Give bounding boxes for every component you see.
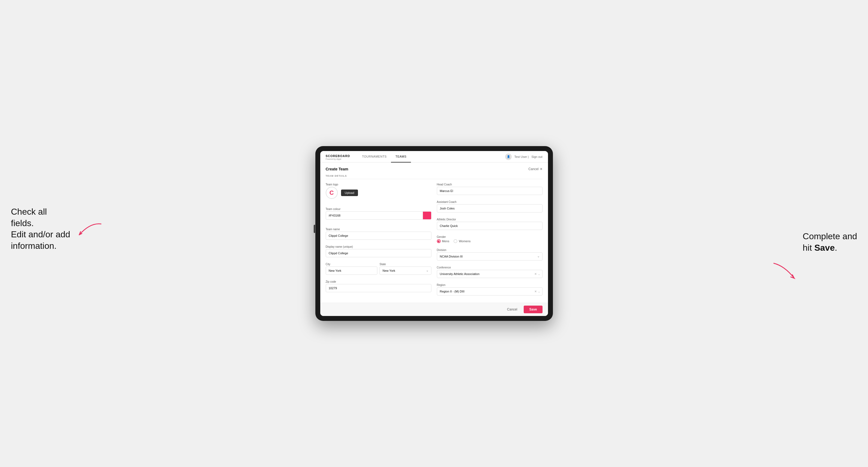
division-select-wrapper: NCAA Division III (437, 252, 542, 260)
mens-radio-dot[interactable] (437, 239, 441, 243)
assistant-coach-block: Assistant Coach (437, 200, 542, 213)
display-name-input[interactable] (326, 249, 431, 257)
right-column: Head Coach Assistant Coach Athletic Dire… (437, 183, 542, 298)
region-dropdown-icon[interactable]: ⌄ (538, 290, 540, 293)
athletic-director-input[interactable] (437, 222, 542, 230)
display-name-block: Display name (unique) (326, 245, 431, 257)
display-name-label: Display name (unique) (326, 245, 431, 248)
right-arrow-icon (768, 260, 801, 282)
logo-upload-row: C Upload (326, 187, 431, 199)
team-colour-block: Team colour (326, 208, 431, 222)
assistant-coach-label: Assistant Coach (437, 200, 542, 204)
gender-label: Gender (437, 236, 542, 239)
division-block: Division NCAA Division III (437, 249, 542, 260)
city-state-block: City State New York (326, 263, 431, 275)
gender-block: Gender Mens Womens (437, 236, 542, 243)
conference-tag-field[interactable]: University Athletic Association ✕ ⌄ (437, 270, 542, 278)
division-select[interactable]: NCAA Division III (437, 252, 542, 260)
form-title: Create Team (326, 167, 348, 171)
region-block: Region Region II - (M) DIII ✕ ⌄ (437, 283, 542, 295)
left-column: Team logo C Upload Team colour (326, 183, 431, 298)
head-coach-input[interactable] (437, 187, 542, 195)
city-label: City (326, 263, 378, 266)
tablet-screen: SCOREBOARD Powered by clippd TOURNAMENTS… (320, 151, 548, 316)
assistant-coach-input[interactable] (437, 204, 542, 213)
color-field (326, 211, 431, 220)
logo-sub: Powered by clippd (326, 158, 350, 160)
section-label: TEAM DETAILS (326, 175, 542, 179)
conference-clear-icon[interactable]: ✕ (534, 272, 537, 276)
upload-button[interactable]: Upload (341, 190, 358, 196)
state-label: State (379, 263, 431, 266)
region-value: Region II - (M) DIII (440, 290, 464, 293)
logo-text: SCOREBOARD (326, 154, 350, 158)
nav-tab-tournaments[interactable]: TOURNAMENTS (358, 151, 391, 162)
team-name-input[interactable] (326, 231, 431, 240)
nav-tab-teams[interactable]: TEAMS (391, 151, 411, 162)
app-header: SCOREBOARD Powered by clippd TOURNAMENTS… (320, 151, 548, 162)
zip-label: Zip code (326, 280, 431, 283)
state-block: State New York (379, 263, 431, 275)
tablet-side-button (314, 225, 315, 233)
header-right: 👤 Test User | Sign out (505, 154, 542, 160)
cancel-x-button[interactable]: Cancel ✕ (528, 167, 542, 171)
logo-area: SCOREBOARD Powered by clippd (326, 153, 350, 160)
user-avatar: 👤 (505, 154, 512, 160)
state-select-wrapper: New York (379, 267, 431, 275)
annotation-left: Check all fields. Edit and/or add inform… (11, 206, 71, 251)
colour-text-input[interactable] (326, 211, 423, 220)
team-logo-block: Team logo C Upload (326, 183, 431, 202)
head-coach-label: Head Coach (437, 183, 542, 186)
gender-radio-group: Mens Womens (437, 239, 542, 243)
head-coach-block: Head Coach (437, 183, 542, 195)
annotation-right: Complete and hit Save. (803, 231, 857, 253)
division-label: Division (437, 249, 542, 251)
sign-out-link[interactable]: Sign out (531, 155, 542, 158)
user-name: Test User | (515, 155, 529, 158)
tablet-frame: SCOREBOARD Powered by clippd TOURNAMENTS… (315, 146, 553, 321)
form-area: Create Team Cancel ✕ TEAM DETAILS Team l… (320, 162, 548, 303)
left-arrow-icon (74, 221, 104, 240)
region-label: Region (437, 283, 542, 286)
footer-cancel-button[interactable]: Cancel (503, 306, 521, 313)
city-state-row: City State New York (326, 263, 431, 275)
form-title-bar: Create Team Cancel ✕ (326, 167, 542, 171)
colour-swatch[interactable] (423, 211, 431, 220)
womens-label: Womens (459, 240, 470, 243)
conference-label: Conference (437, 266, 542, 269)
womens-radio-dot[interactable] (454, 239, 457, 243)
nav-tabs: TOURNAMENTS TEAMS (358, 151, 505, 162)
state-select[interactable]: New York (379, 267, 431, 275)
form-two-column: Team logo C Upload Team colour (326, 183, 542, 298)
zip-block: Zip code (326, 280, 431, 292)
team-logo-label: Team logo (326, 183, 431, 186)
team-name-block: Team name (326, 228, 431, 240)
athletic-director-label: Athletic Director (437, 218, 542, 221)
athletic-director-block: Athletic Director (437, 218, 542, 230)
region-clear-icon[interactable]: ✕ (534, 290, 537, 293)
gender-mens-option[interactable]: Mens (437, 239, 450, 243)
region-tag-field[interactable]: Region II - (M) DIII ✕ ⌄ (437, 287, 542, 295)
conference-value: University Athletic Association (440, 272, 480, 276)
conference-dropdown-icon[interactable]: ⌄ (538, 273, 540, 276)
team-name-label: Team name (326, 228, 431, 231)
footer-save-button[interactable]: Save (524, 306, 542, 313)
gender-womens-option[interactable]: Womens (454, 239, 470, 243)
conference-block: Conference University Athletic Associati… (437, 266, 542, 278)
mens-label: Mens (442, 240, 450, 243)
zip-input[interactable] (326, 284, 431, 292)
city-input[interactable] (326, 267, 378, 275)
logo-circle: C (326, 187, 338, 199)
team-colour-label: Team colour (326, 208, 431, 211)
city-block: City (326, 263, 378, 275)
form-footer: Cancel Save (320, 303, 548, 316)
